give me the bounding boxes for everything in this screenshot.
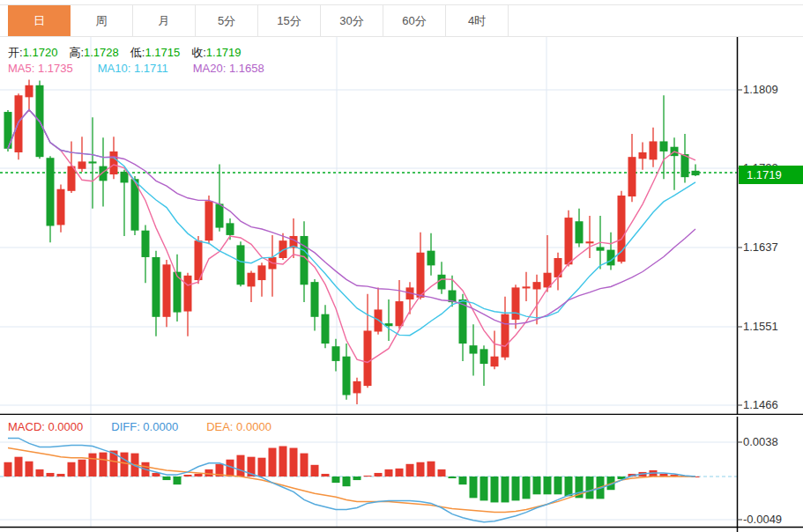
tab-period-8[interactable]: 4时 [446, 5, 509, 36]
tab-period-6[interactable]: 30分 [321, 5, 383, 36]
tab-period-4[interactable]: 5分 [196, 5, 258, 36]
macd-chart[interactable] [0, 417, 803, 532]
kline-chart-app: 日周月5分15分30分60分4时 开:1.1720高:1.1728低:1.171… [0, 0, 803, 532]
tab-period-2[interactable]: 周 [71, 5, 133, 36]
tab-period-3[interactable]: 月 [133, 5, 196, 36]
period-tabbar: 日周月5分15分30分60分4时 [0, 4, 803, 37]
tab-period-7[interactable]: 60分 [383, 5, 446, 36]
candlestick-chart[interactable] [0, 37, 803, 415]
current-price-tag: 1.1719 [739, 166, 803, 184]
tab-period-5[interactable]: 15分 [258, 5, 321, 36]
tab-period-1[interactable]: 日 [8, 5, 71, 36]
